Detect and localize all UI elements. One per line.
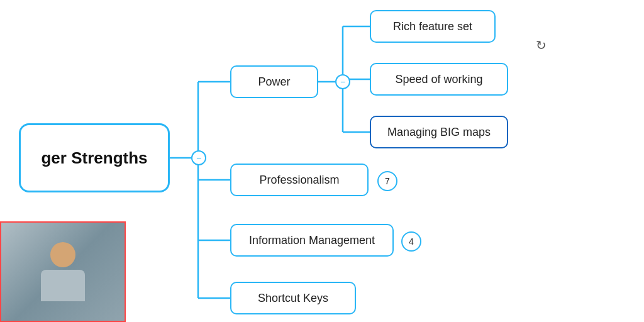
mindmap-canvas: ger Strengths − Power − Rich feature set… — [0, 0, 644, 322]
root-label: ger Strengths — [41, 148, 147, 168]
professionalism-badge: 7 — [377, 171, 397, 191]
shortcut-keys-label: Shortcut Keys — [258, 292, 328, 305]
managing-node[interactable]: Managing BIG maps — [370, 116, 508, 148]
person-body — [41, 270, 85, 301]
rich-feature-label: Rich feature set — [393, 20, 472, 33]
collapse-power-button[interactable]: − — [335, 74, 350, 89]
info-management-label: Information Management — [249, 234, 375, 247]
speed-label: Speed of working — [395, 73, 482, 86]
collapse-root-button[interactable]: − — [191, 150, 206, 165]
webcam-overlay — [0, 221, 126, 322]
professionalism-node[interactable]: Professionalism — [230, 164, 369, 196]
info-management-badge: 4 — [401, 231, 421, 252]
professionalism-label: Professionalism — [259, 174, 339, 187]
managing-label: Managing BIG maps — [387, 126, 491, 139]
person-silhouette — [41, 242, 85, 301]
info-management-node[interactable]: Information Management — [230, 224, 394, 257]
cursor-icon: ↻ — [536, 38, 547, 53]
shortcut-keys-node[interactable]: Shortcut Keys — [230, 282, 356, 314]
power-node[interactable]: Power — [230, 65, 318, 98]
speed-node[interactable]: Speed of working — [370, 63, 508, 96]
root-node[interactable]: ger Strengths — [19, 123, 170, 192]
person-head — [50, 242, 75, 267]
webcam-video — [1, 223, 125, 321]
power-label: Power — [258, 75, 290, 89]
rich-feature-node[interactable]: Rich feature set — [370, 10, 496, 43]
